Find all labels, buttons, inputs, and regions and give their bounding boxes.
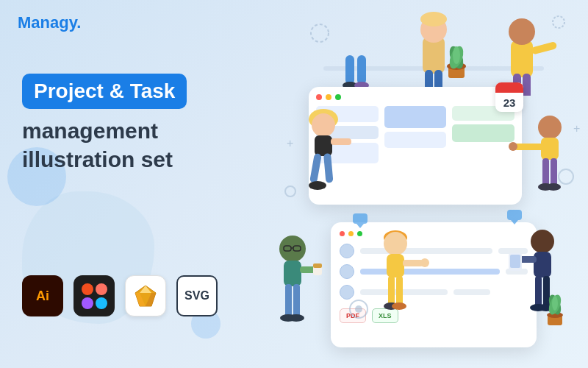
calendar-number: 23 [495,93,523,112]
calendar-top [495,82,523,93]
svg-point-11 [420,12,447,26]
dash-row-1 [340,244,528,258]
svg-rect-5 [345,55,354,85]
svg-format-icon: SVG [176,275,218,316]
dash-line [360,248,492,254]
pdf-file-icon: PDF [340,308,366,323]
figma-dot-3 [82,297,93,309]
dash-line-blue [360,269,500,275]
hero-badge: Project & Task [22,74,187,109]
hero-subtitle-line1: management [22,118,158,143]
top-illustration [279,0,588,96]
figma-dot-1 [82,283,93,295]
kanban-columns [316,106,514,194]
dash-dot-yellow [348,231,354,236]
dash-file-row: PDF XLS [340,308,528,323]
kanban-dot-red [316,94,322,100]
dash-row-3 [340,285,528,300]
sketch-icon [125,275,166,316]
dash-avatar [340,285,354,300]
kanban-card [316,143,379,163]
logo-text: Managy. [18,13,81,32]
dashboard-rows: PDF XLS [340,244,528,323]
format-icons-row: Ai SVG [22,275,218,316]
svg-point-20 [453,46,460,64]
svg-point-22 [509,18,535,45]
kanban-card [384,106,447,128]
ai-icon: Ai [22,275,63,316]
svg-point-26 [311,24,329,42]
dash-line-short [506,269,528,275]
dashboard-header [340,231,528,236]
kanban-header [316,94,514,100]
svg-label: SVG [184,289,209,302]
kanban-col-3 [452,106,514,194]
dash-row-2 [340,264,528,279]
kanban-dot-green [335,94,341,100]
dash-line [360,289,448,295]
svg-point-27 [553,16,564,28]
logo: Managy. [18,13,81,32]
kanban-card [384,132,447,148]
hero-subtitle-line2: illustration set [22,147,173,171]
figma-dot-4 [96,297,107,309]
xls-file-icon: XLS [372,308,398,323]
calendar-badge: 23 [495,82,523,112]
dash-line-short [453,289,490,295]
kanban-board [309,87,522,205]
dash-dot-green [357,231,362,236]
svg-rect-6 [357,55,366,85]
svg-rect-21 [511,40,533,77]
dash-dot-red [340,231,345,236]
dash-avatar [340,264,354,279]
svg-rect-23 [531,41,557,55]
hero-content: Project & Task management illustration s… [22,74,272,174]
hero-subtitle: management illustration set [22,116,272,174]
figma-dot-2 [96,283,107,295]
kanban-col-2 [384,106,447,194]
dashboard-board: PDF XLS [331,222,537,347]
kanban-card [316,126,379,139]
ai-label: Ai [36,289,49,303]
dash-avatar [340,244,354,258]
svg-rect-25 [523,74,531,96]
sketch-svg [132,283,159,309]
kanban-col-1 [316,106,379,194]
top-people-svg [279,0,588,96]
dash-line-short [498,248,528,254]
kanban-dot-yellow [326,94,331,100]
kanban-card [452,124,514,142]
kanban-card [316,106,379,122]
figma-icon [74,275,115,316]
